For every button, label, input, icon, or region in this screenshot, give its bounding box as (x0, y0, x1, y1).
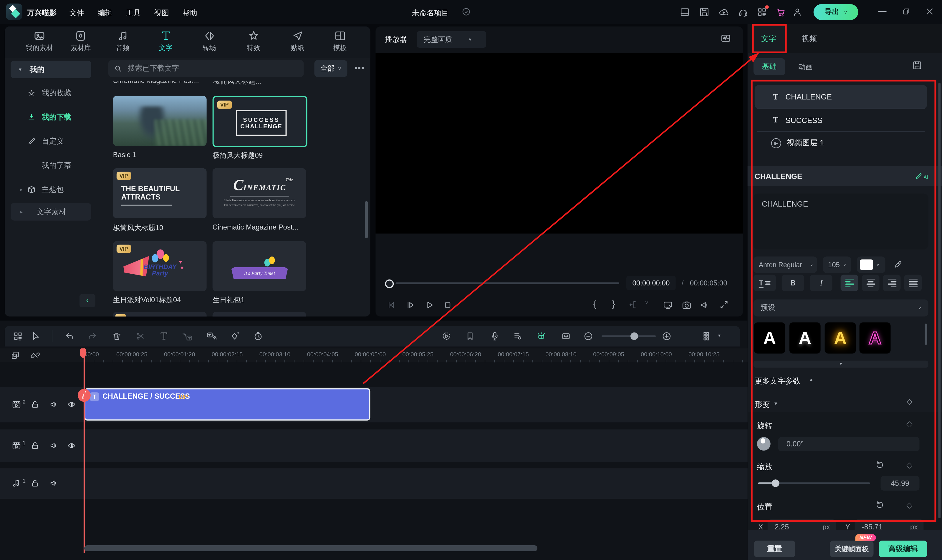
eye-icon[interactable] (67, 400, 76, 409)
eye-icon[interactable] (67, 441, 76, 450)
project-title[interactable]: 未命名项目 (412, 8, 449, 18)
sidebar-collapse-button[interactable]: ‹ (80, 294, 96, 307)
eyedropper-icon[interactable] (893, 260, 903, 269)
scopes-icon[interactable] (720, 33, 731, 43)
search-input[interactable]: 搜索已下载文字 (108, 60, 304, 77)
tab-basic[interactable]: 基础 (754, 58, 785, 75)
render-preview-icon[interactable] (441, 331, 452, 341)
scale-value-field[interactable]: 45.99 (881, 476, 920, 491)
snapshot-camera-icon[interactable] (682, 300, 692, 310)
restore-button[interactable] (902, 7, 911, 16)
speaker-icon[interactable] (49, 400, 58, 409)
transform-label[interactable]: 形变 (755, 399, 770, 410)
tab-stickers[interactable]: 贴纸 (291, 30, 304, 52)
timeline-ruler[interactable]: 00:00 00:00:00:25 00:00:01:20 00:00:02:1… (0, 348, 748, 362)
transform-keyframe-icon[interactable]: ◇ (907, 397, 912, 406)
sidebar-item-subtitles[interactable]: 我的字幕 (11, 159, 93, 172)
sidebar-item-mine[interactable]: ▾ 我的 (11, 61, 91, 78)
layout-panel-icon[interactable] (680, 7, 690, 17)
presets-header[interactable]: 预设 ˅ (754, 299, 928, 316)
keyframe-panel-button[interactable]: 关键帧面板 (830, 541, 874, 557)
advanced-edit-button[interactable]: 高级编辑 (879, 541, 927, 557)
text-content-input[interactable]: CHALLENGE (754, 194, 928, 249)
menu-edit[interactable]: 编辑 (98, 8, 113, 18)
tab-audio[interactable]: 音频 (116, 30, 130, 52)
tab-text[interactable]: 文字 (159, 30, 173, 52)
text-style-button[interactable]: T (754, 275, 776, 291)
asset-thumb-basic1[interactable] (113, 96, 207, 146)
undo-icon[interactable] (65, 331, 75, 341)
track-manager-icon[interactable] (702, 331, 713, 342)
in-out-range-icon[interactable] (629, 300, 638, 309)
scale-slider-handle[interactable] (772, 479, 779, 487)
asset-thumb-partial-left[interactable] (113, 312, 207, 316)
presets-expand-strip[interactable]: ▼ (754, 360, 928, 368)
preset-tile-yellow-glow[interactable]: A (825, 322, 856, 354)
sidebar-item-downloads[interactable]: 我的下载 (11, 111, 93, 124)
add-marker-icon[interactable] (465, 331, 475, 341)
transform-caret-icon[interactable]: ▼ (774, 401, 778, 406)
stop-icon[interactable] (442, 300, 453, 310)
speaker-icon[interactable] (49, 441, 58, 450)
position-reset-icon[interactable] (876, 500, 884, 509)
sidebar-item-themes[interactable]: ▸ 主题包 (11, 183, 93, 196)
align-center-button[interactable] (862, 275, 880, 291)
keyframe-grid-icon[interactable] (13, 331, 23, 341)
lock-icon[interactable] (31, 479, 40, 488)
collapse-up-icon[interactable]: ▲ (809, 377, 814, 382)
save-preset-icon[interactable] (912, 61, 922, 70)
lock-icon[interactable] (31, 400, 40, 409)
timeline-zoom-track[interactable] (601, 335, 656, 337)
next-frame-icon[interactable] (405, 300, 415, 310)
menu-help[interactable]: 帮助 (183, 8, 197, 18)
play-icon[interactable] (424, 300, 434, 310)
save-project-icon[interactable] (699, 7, 709, 17)
rotate-value-field[interactable]: 0.00° (778, 437, 920, 451)
speaker-icon[interactable] (49, 479, 58, 488)
track-manager-caret-icon[interactable]: ▾ (718, 333, 720, 338)
tab-effects[interactable]: 特效 (247, 30, 260, 52)
fit-timeline-icon[interactable] (561, 331, 571, 341)
tab-library[interactable]: 素材库 (71, 30, 91, 52)
sidebar-item-favorites[interactable]: 我的收藏 (11, 86, 93, 100)
timeline-zoom-handle[interactable] (631, 332, 638, 340)
duplicate-add-icon[interactable] (11, 351, 20, 360)
more-options-button[interactable]: ••• (354, 63, 365, 72)
tab-animation[interactable]: 动画 (798, 62, 813, 72)
store-cart-icon[interactable] (776, 7, 786, 17)
speech-to-text-icon[interactable] (183, 331, 193, 342)
select-cursor-icon[interactable] (31, 331, 41, 341)
sidebar-item-custom[interactable]: 自定义 (11, 135, 93, 148)
reset-button[interactable]: 重置 (754, 541, 796, 557)
scale-reset-icon[interactable] (876, 460, 884, 469)
font-size-dropdown[interactable]: 105 ˅ (823, 257, 851, 273)
layer-row-success[interactable]: T SUCCESS (755, 109, 927, 131)
text-to-speech-icon[interactable] (206, 331, 217, 342)
menu-view[interactable]: 视图 (154, 8, 169, 18)
tab-text-inspector[interactable]: 文字 (761, 34, 777, 44)
preset-tile-pink-neon[interactable]: A (860, 322, 891, 354)
rotate-knob[interactable] (757, 437, 771, 451)
layer-row-video1[interactable]: ▶ 视频图层 1 (755, 132, 927, 154)
fullscreen-icon[interactable] (719, 300, 729, 309)
asset-thumb-minimal10[interactable]: VIP THE BEAUTIFUL ATTRACTS (113, 168, 207, 218)
tab-templates[interactable]: 模板 (333, 30, 347, 52)
more-text-params[interactable]: 更多文字参数 (755, 376, 801, 386)
auto-ripple-icon[interactable] (536, 331, 546, 341)
sidebar-item-text-assets[interactable]: ▸ 文字素材 (11, 203, 91, 221)
align-left-button[interactable] (841, 275, 858, 291)
tab-my-media[interactable]: 我的素材 (26, 30, 53, 52)
current-time-box[interactable]: 00:00:00:00 (626, 276, 676, 290)
speed-timer-icon[interactable] (253, 331, 263, 341)
export-chevron-icon[interactable]: ˅ (844, 9, 847, 15)
asset-thumb-minimal09[interactable]: VIP SUCCESS CHALLENGE (213, 96, 307, 147)
cloud-upload-icon[interactable] (719, 7, 729, 17)
justify-button[interactable] (904, 275, 922, 291)
split-scissors-icon[interactable] (136, 331, 145, 341)
zoom-out-icon[interactable] (583, 331, 594, 341)
timeline-hscrollbar[interactable] (84, 545, 537, 551)
position-keyframe-icon[interactable]: ◇ (907, 500, 912, 509)
mute-speaker-icon[interactable] (700, 300, 710, 310)
preset-tile-shadow[interactable]: A (789, 322, 821, 354)
add-keyframe-icon[interactable] (230, 331, 240, 341)
